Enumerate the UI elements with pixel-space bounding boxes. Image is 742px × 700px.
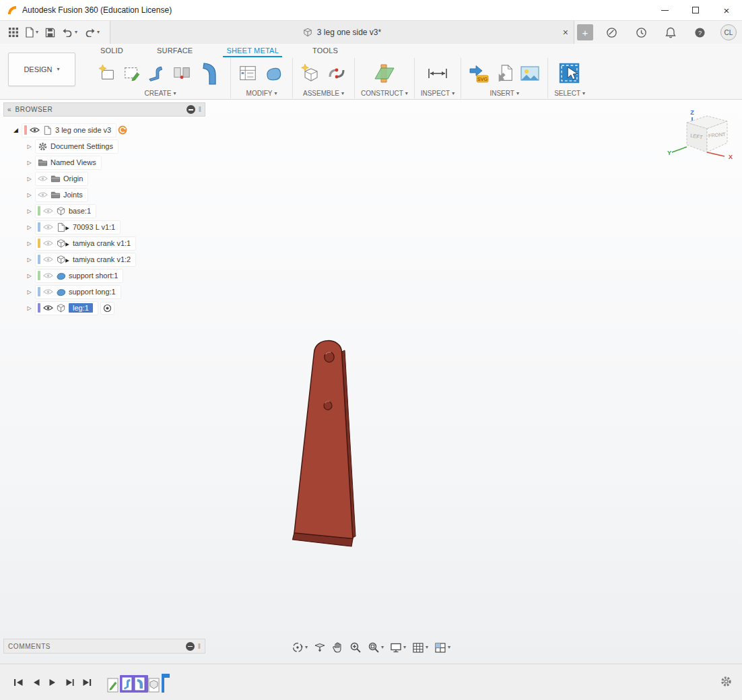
row-label[interactable]: tamiya crank v1:2 — [73, 255, 131, 263]
browser-row-origin[interactable]: ▷ Origin — [3, 170, 205, 187]
document-tab[interactable]: 3 leg one side v3* × — [110, 21, 574, 44]
select-button[interactable] — [556, 60, 583, 87]
expand-collapsed-icon[interactable]: ▷ — [25, 192, 34, 198]
app-grid-menu-button[interactable] — [5, 25, 22, 40]
row-label-selected[interactable]: leg:1 — [69, 303, 93, 313]
insert-canvas-button[interactable] — [518, 63, 541, 84]
construction-plane-button[interactable] — [372, 61, 397, 86]
visibility-eye-icon[interactable] — [43, 305, 53, 311]
timeline-selected-feature-group[interactable] — [120, 675, 148, 693]
browser-row-support-short[interactable]: ▷ support short:1 — [3, 267, 205, 284]
expand-collapsed-icon[interactable]: ▷ — [25, 176, 34, 182]
browser-row-leg-selected[interactable]: ▷ leg:1 — [3, 300, 205, 316]
timeline-settings-button[interactable] — [720, 675, 733, 690]
visibility-eye-icon[interactable] — [43, 224, 53, 230]
activate-component-radio-icon[interactable] — [103, 304, 112, 313]
timeline-marker-flag[interactable] — [164, 674, 170, 678]
workspace-switcher[interactable]: DESIGN ▾ — [8, 53, 75, 86]
row-label[interactable]: support long:1 — [69, 288, 116, 296]
expand-collapsed-icon[interactable]: ▷ — [25, 257, 34, 263]
tab-tools[interactable]: TOOLS — [309, 44, 341, 57]
browser-row-named-views[interactable]: ▷ Named Views — [3, 154, 205, 170]
create-sketch-button[interactable] — [121, 63, 143, 84]
comments-expand-button[interactable] — [186, 642, 195, 651]
browser-root-row[interactable]: ◢ 3 leg one side v3 — [3, 122, 205, 138]
comments-bar[interactable]: COMMENTS ‖ — [3, 639, 205, 654]
visibility-eye-icon[interactable] — [43, 240, 53, 247]
pan-tool-button[interactable] — [330, 640, 345, 655]
timeline-position-marker[interactable] — [162, 674, 164, 693]
display-settings-button[interactable]: ▾ — [388, 641, 408, 655]
row-label[interactable]: base:1 — [69, 207, 91, 215]
close-tab-button[interactable]: × — [563, 28, 568, 37]
expand-collapsed-icon[interactable]: ▷ — [25, 160, 34, 166]
extensions-button[interactable] — [603, 24, 621, 41]
expand-open-icon[interactable]: ◢ — [11, 127, 20, 133]
view-cube[interactable]: LEFT FRONT Z Y X — [667, 108, 737, 172]
row-label[interactable]: support short:1 — [69, 272, 118, 280]
group-label-assemble[interactable]: ASSEMBLE▾ — [303, 88, 344, 98]
zoom-tool-button[interactable] — [347, 640, 364, 655]
orbit-tool-button[interactable]: ▾ — [290, 640, 310, 655]
browser-row-document-settings[interactable]: ▷ Document Settings — [3, 138, 205, 154]
visibility-eye-icon[interactable] — [43, 272, 53, 279]
fit-tool-button[interactable]: ▾ — [366, 640, 386, 655]
timeline-feature-base-icon[interactable] — [148, 678, 160, 693]
flange-button[interactable] — [196, 59, 224, 88]
grid-settings-button[interactable]: ▾ — [410, 641, 430, 655]
group-label-inspect[interactable]: INSPECT▾ — [421, 88, 454, 98]
timeline-step-forward-button[interactable] — [61, 676, 78, 689]
redo-button[interactable]: ▾ — [81, 25, 103, 40]
timeline-skip-end-button[interactable] — [78, 676, 96, 689]
tab-solid[interactable]: SOLID — [97, 44, 127, 57]
look-at-tool-button[interactable] — [312, 640, 328, 655]
row-label[interactable]: 70093 L v1:1 — [73, 223, 115, 231]
timeline-feature-flange-icon[interactable] — [121, 676, 133, 691]
row-label[interactable]: Named Views — [50, 158, 96, 166]
browser-row-70093[interactable]: ▷ 70093 L v1:1 — [3, 219, 205, 235]
panel-grip-handle[interactable]: ‖ — [199, 106, 201, 113]
panel-grip-handle[interactable]: ‖ — [198, 643, 201, 650]
viewports-button[interactable]: ▾ — [432, 641, 452, 655]
help-button[interactable]: ? — [691, 24, 709, 41]
save-button[interactable] — [42, 25, 59, 40]
file-menu-button[interactable]: ▾ — [22, 24, 42, 40]
browser-row-joints[interactable]: ▷ Joints — [3, 187, 205, 203]
timeline-feature-flange-icon[interactable] — [134, 676, 145, 691]
sheet-metal-rules-button[interactable] — [237, 63, 259, 84]
measure-button[interactable] — [426, 63, 450, 84]
group-label-select[interactable]: SELECT▾ — [554, 88, 585, 98]
browser-row-tamiya-crank-1[interactable]: ▷ tamiya crank v1:1 — [3, 235, 205, 251]
expand-collapsed-icon[interactable]: ▷ — [25, 273, 34, 279]
visibility-eye-icon[interactable] — [38, 191, 48, 198]
joint-button[interactable] — [325, 62, 348, 85]
browser-header[interactable]: « BROWSER ‖ — [3, 102, 205, 117]
document-name[interactable]: 3 leg one side v3 — [55, 126, 111, 134]
visibility-eye-icon[interactable] — [43, 288, 53, 295]
group-label-create[interactable]: CREATE▾ — [145, 88, 176, 98]
insert-derive-button[interactable] — [494, 63, 515, 84]
visibility-eye-icon[interactable] — [38, 175, 48, 182]
expand-collapsed-icon[interactable]: ▷ — [25, 305, 34, 311]
collapse-panel-icon[interactable]: « — [7, 106, 11, 113]
row-label[interactable]: Document Settings — [50, 142, 113, 150]
undo-button[interactable]: ▾ — [59, 25, 81, 40]
tab-sheet-metal[interactable]: SHEET METAL — [223, 44, 282, 57]
group-label-construct[interactable]: CONSTRUCT▾ — [361, 88, 408, 98]
model-canvas[interactable]: LEFT FRONT Z Y X « BROWSER ‖ ◢ — [0, 100, 742, 664]
user-avatar[interactable]: CL — [720, 24, 737, 40]
browser-row-base[interactable]: ▷ base:1 — [3, 203, 205, 219]
close-button[interactable]: × — [711, 0, 742, 21]
expand-collapsed-icon[interactable]: ▷ — [25, 144, 34, 150]
new-sketch-button[interactable] — [96, 63, 118, 84]
minimize-button[interactable] — [649, 0, 680, 21]
browser-row-support-long[interactable]: ▷ support long:1 — [3, 284, 205, 300]
timeline-skip-start-button[interactable] — [9, 676, 28, 689]
row-label[interactable]: Joints — [63, 191, 83, 199]
maximize-button[interactable] — [680, 0, 711, 21]
new-component-button[interactable] — [299, 62, 322, 85]
expand-collapsed-icon[interactable]: ▷ — [25, 241, 34, 247]
notifications-button[interactable] — [662, 24, 679, 41]
timeline-feature-sketch-icon[interactable] — [107, 678, 119, 693]
row-label[interactable]: Origin — [63, 174, 83, 183]
